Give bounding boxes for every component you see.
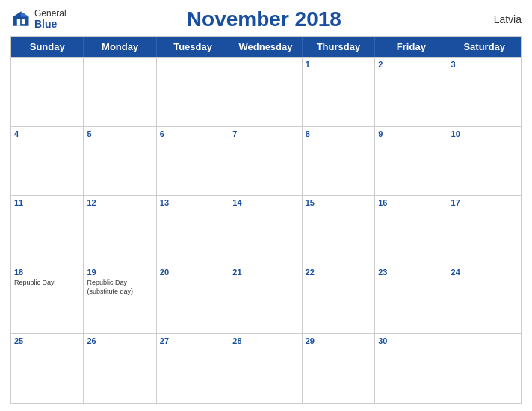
col-friday: Friday — [375, 37, 448, 57]
cal-cell-nov29: 29 — [303, 334, 375, 403]
cal-cell-nov19: 19 Republic Day (substitute day) — [84, 265, 156, 334]
month-title: November 2018 — [66, 7, 462, 31]
country-label: Latvia — [462, 13, 522, 25]
week-row-3: 11 12 13 14 15 16 17 — [11, 195, 521, 265]
logo: General Blue — [10, 9, 66, 31]
cal-cell-nov23: 23 — [375, 265, 448, 334]
page-header: General Blue November 2018 Latvia — [10, 7, 522, 31]
cal-cell-nov18: 18 Republic Day — [11, 265, 84, 334]
cal-cell-nov25: 25 — [11, 334, 84, 403]
cal-cell-nov9: 9 — [375, 127, 448, 196]
cal-cell-nov27: 27 — [157, 334, 229, 403]
cal-cell-nov17: 17 — [448, 196, 521, 265]
cal-cell-nov24: 24 — [448, 265, 521, 334]
cal-cell-nov4: 4 — [11, 127, 84, 196]
week-row-1: 1 2 3 — [11, 57, 521, 126]
cal-cell-nov5: 5 — [84, 127, 156, 196]
cal-cell-nov2: 2 — [375, 58, 448, 126]
cal-cell-nov20: 20 — [157, 265, 229, 334]
col-thursday: Thursday — [303, 37, 375, 57]
logo-icon — [10, 9, 31, 30]
logo-blue-text: Blue — [34, 19, 66, 30]
cal-cell-nov13: 13 — [157, 196, 229, 265]
cal-cell — [229, 58, 302, 126]
week-row-2: 4 5 6 7 8 9 10 — [11, 126, 521, 196]
cal-cell-nov7: 7 — [229, 127, 302, 196]
svg-rect-4 — [22, 19, 25, 24]
cal-cell-nov11: 11 — [11, 196, 84, 265]
cal-cell-nov15: 15 — [303, 196, 375, 265]
logo-text: General Blue — [34, 9, 66, 31]
col-tuesday: Tuesday — [157, 37, 229, 57]
calendar-body: 1 2 3 4 5 6 7 8 9 10 11 12 13 14 15 16 — [11, 57, 521, 403]
cal-cell-nov21: 21 — [229, 265, 302, 334]
calendar-header-row: Sunday Monday Tuesday Wednesday Thursday… — [11, 37, 521, 57]
cal-cell-nov12: 12 — [84, 196, 156, 265]
calendar-grid: Sunday Monday Tuesday Wednesday Thursday… — [10, 36, 522, 404]
cal-cell-nov16: 16 — [375, 196, 448, 265]
cal-cell-nov3: 3 — [448, 58, 521, 126]
cal-cell-nov28: 28 — [229, 334, 302, 403]
col-wednesday: Wednesday — [229, 37, 302, 57]
col-sunday: Sunday — [11, 37, 84, 57]
cal-cell — [157, 58, 229, 126]
cal-cell — [11, 58, 84, 126]
svg-rect-3 — [17, 19, 20, 26]
cal-cell-nov14: 14 — [229, 196, 302, 265]
col-saturday: Saturday — [448, 37, 521, 57]
cal-cell-nov26: 26 — [84, 334, 156, 403]
cal-cell — [84, 58, 156, 126]
cal-cell-nov22: 22 — [303, 265, 375, 334]
calendar-page: General Blue November 2018 Latvia Sunday… — [0, 0, 532, 411]
cal-cell-nov30: 30 — [375, 334, 448, 403]
cal-cell-nov1: 1 — [303, 58, 375, 126]
cal-cell-nov6: 6 — [157, 127, 229, 196]
cal-cell-empty-end — [448, 334, 521, 403]
cal-cell-nov8: 8 — [303, 127, 375, 196]
logo-general-text: General — [34, 9, 66, 19]
week-row-4: 18 Republic Day 19 Republic Day (substit… — [11, 265, 521, 334]
week-row-5: 25 26 27 28 29 30 — [11, 333, 521, 403]
col-monday: Monday — [84, 37, 156, 57]
cal-cell-nov10: 10 — [448, 127, 521, 196]
